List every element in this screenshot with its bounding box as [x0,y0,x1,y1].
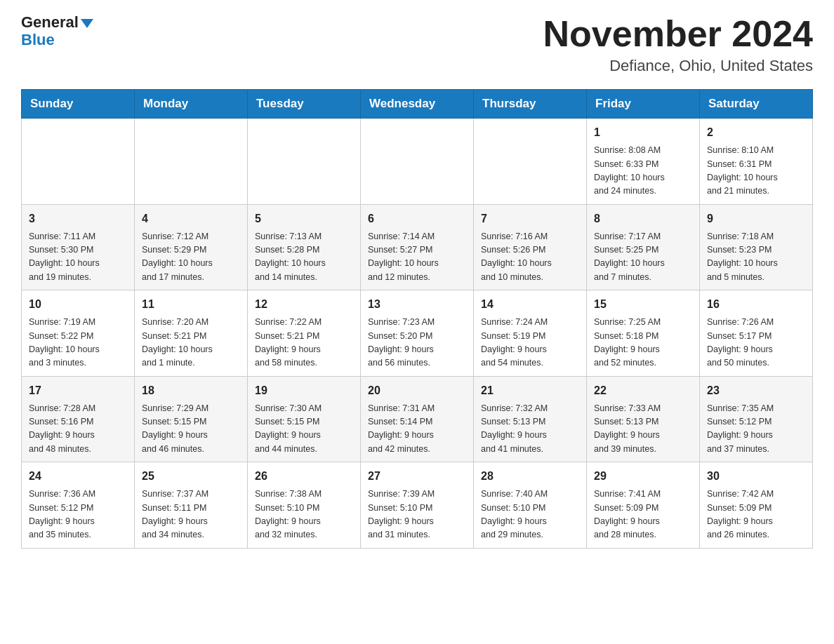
day-number: 16 [707,296,805,313]
day-info: Sunrise: 7:40 AM Sunset: 5:10 PM Dayligh… [481,488,579,542]
calendar-cell: 18Sunrise: 7:29 AM Sunset: 5:15 PM Dayli… [135,376,248,462]
col-tuesday: Tuesday [248,90,361,119]
day-number: 29 [594,468,692,485]
calendar-cell: 22Sunrise: 7:33 AM Sunset: 5:13 PM Dayli… [587,376,700,462]
calendar-cell: 8Sunrise: 7:17 AM Sunset: 5:25 PM Daylig… [587,204,700,290]
day-number: 11 [142,296,240,313]
day-info: Sunrise: 7:41 AM Sunset: 5:09 PM Dayligh… [594,488,692,542]
calendar-cell [22,119,135,205]
calendar-row-5: 24Sunrise: 7:36 AM Sunset: 5:12 PM Dayli… [22,462,813,549]
day-number: 19 [255,382,353,399]
day-info: Sunrise: 7:24 AM Sunset: 5:19 PM Dayligh… [481,316,579,370]
calendar-cell: 4Sunrise: 7:12 AM Sunset: 5:29 PM Daylig… [135,204,248,290]
calendar-cell: 3Sunrise: 7:11 AM Sunset: 5:30 PM Daylig… [22,204,135,290]
title-area: November 2024 Defiance, Ohio, United Sta… [543,14,813,75]
day-number: 5 [255,210,353,227]
day-number: 23 [707,382,805,399]
day-number: 22 [594,382,692,399]
day-number: 25 [142,468,240,485]
calendar-cell: 27Sunrise: 7:39 AM Sunset: 5:10 PM Dayli… [361,462,474,549]
calendar-row-2: 3Sunrise: 7:11 AM Sunset: 5:30 PM Daylig… [22,204,813,290]
calendar-row-3: 10Sunrise: 7:19 AM Sunset: 5:22 PM Dayli… [22,290,813,377]
day-number: 28 [481,468,579,485]
day-number: 1 [594,124,692,141]
calendar-cell [361,119,474,205]
calendar-header-row: Sunday Monday Tuesday Wednesday Thursday… [22,90,813,119]
day-number: 17 [29,382,127,399]
calendar-cell: 12Sunrise: 7:22 AM Sunset: 5:21 PM Dayli… [248,290,361,377]
day-info: Sunrise: 7:28 AM Sunset: 5:16 PM Dayligh… [29,402,127,457]
day-info: Sunrise: 7:30 AM Sunset: 5:15 PM Dayligh… [255,402,353,457]
day-number: 15 [594,296,692,313]
calendar-cell: 17Sunrise: 7:28 AM Sunset: 5:16 PM Dayli… [22,376,135,462]
day-number: 10 [29,296,127,313]
day-info: Sunrise: 7:33 AM Sunset: 5:13 PM Dayligh… [594,402,692,457]
day-number: 6 [368,210,466,227]
col-monday: Monday [135,90,248,119]
calendar-row-4: 17Sunrise: 7:28 AM Sunset: 5:16 PM Dayli… [22,376,813,462]
day-number: 21 [481,382,579,399]
calendar-cell: 28Sunrise: 7:40 AM Sunset: 5:10 PM Dayli… [474,462,587,549]
calendar-cell: 26Sunrise: 7:38 AM Sunset: 5:10 PM Dayli… [248,462,361,549]
calendar-cell: 5Sunrise: 7:13 AM Sunset: 5:28 PM Daylig… [248,204,361,290]
calendar-cell: 1Sunrise: 8:08 AM Sunset: 6:33 PM Daylig… [587,119,700,205]
day-info: Sunrise: 7:38 AM Sunset: 5:10 PM Dayligh… [255,488,353,542]
day-info: Sunrise: 7:23 AM Sunset: 5:20 PM Dayligh… [368,316,466,370]
day-number: 20 [368,382,466,399]
calendar-cell: 23Sunrise: 7:35 AM Sunset: 5:12 PM Dayli… [700,376,813,462]
day-number: 8 [594,210,692,227]
day-info: Sunrise: 7:25 AM Sunset: 5:18 PM Dayligh… [594,316,692,370]
logo: General Blue [21,14,93,49]
day-number: 4 [142,210,240,227]
calendar-table: Sunday Monday Tuesday Wednesday Thursday… [21,89,813,549]
page-header: General Blue November 2024 Defiance, Ohi… [21,14,813,75]
calendar-cell: 2Sunrise: 8:10 AM Sunset: 6:31 PM Daylig… [700,119,813,205]
day-number: 26 [255,468,353,485]
calendar-cell: 24Sunrise: 7:36 AM Sunset: 5:12 PM Dayli… [22,462,135,549]
calendar-cell: 9Sunrise: 7:18 AM Sunset: 5:23 PM Daylig… [700,204,813,290]
calendar-cell: 6Sunrise: 7:14 AM Sunset: 5:27 PM Daylig… [361,204,474,290]
calendar-cell [135,119,248,205]
day-info: Sunrise: 7:20 AM Sunset: 5:21 PM Dayligh… [142,316,240,370]
calendar-cell: 19Sunrise: 7:30 AM Sunset: 5:15 PM Dayli… [248,376,361,462]
day-number: 12 [255,296,353,313]
day-info: Sunrise: 7:16 AM Sunset: 5:26 PM Dayligh… [481,230,579,285]
day-number: 3 [29,210,127,227]
calendar-cell: 29Sunrise: 7:41 AM Sunset: 5:09 PM Dayli… [587,462,700,549]
day-info: Sunrise: 7:22 AM Sunset: 5:21 PM Dayligh… [255,316,353,370]
day-info: Sunrise: 7:11 AM Sunset: 5:30 PM Dayligh… [29,230,127,285]
day-number: 18 [142,382,240,399]
day-number: 27 [368,468,466,485]
day-info: Sunrise: 7:36 AM Sunset: 5:12 PM Dayligh… [29,488,127,542]
calendar-cell: 11Sunrise: 7:20 AM Sunset: 5:21 PM Dayli… [135,290,248,377]
month-title: November 2024 [543,14,813,54]
logo-line1: General [21,14,93,31]
col-saturday: Saturday [700,90,813,119]
day-info: Sunrise: 7:13 AM Sunset: 5:28 PM Dayligh… [255,230,353,285]
calendar-cell [474,119,587,205]
day-info: Sunrise: 7:19 AM Sunset: 5:22 PM Dayligh… [29,316,127,370]
calendar-cell: 30Sunrise: 7:42 AM Sunset: 5:09 PM Dayli… [700,462,813,549]
day-info: Sunrise: 7:29 AM Sunset: 5:15 PM Dayligh… [142,402,240,457]
calendar-cell: 10Sunrise: 7:19 AM Sunset: 5:22 PM Dayli… [22,290,135,377]
col-thursday: Thursday [474,90,587,119]
calendar-cell: 14Sunrise: 7:24 AM Sunset: 5:19 PM Dayli… [474,290,587,377]
day-info: Sunrise: 8:08 AM Sunset: 6:33 PM Dayligh… [594,144,692,199]
location-title: Defiance, Ohio, United States [543,57,813,75]
day-info: Sunrise: 7:35 AM Sunset: 5:12 PM Dayligh… [707,402,805,457]
day-info: Sunrise: 7:26 AM Sunset: 5:17 PM Dayligh… [707,316,805,370]
day-number: 13 [368,296,466,313]
day-info: Sunrise: 7:42 AM Sunset: 5:09 PM Dayligh… [707,488,805,542]
calendar-cell: 13Sunrise: 7:23 AM Sunset: 5:20 PM Dayli… [361,290,474,377]
day-info: Sunrise: 7:32 AM Sunset: 5:13 PM Dayligh… [481,402,579,457]
calendar-cell: 20Sunrise: 7:31 AM Sunset: 5:14 PM Dayli… [361,376,474,462]
day-number: 2 [707,124,805,141]
calendar-cell [248,119,361,205]
day-number: 24 [29,468,127,485]
day-info: Sunrise: 7:37 AM Sunset: 5:11 PM Dayligh… [142,488,240,542]
day-info: Sunrise: 7:39 AM Sunset: 5:10 PM Dayligh… [368,488,466,542]
col-sunday: Sunday [22,90,135,119]
calendar-cell: 21Sunrise: 7:32 AM Sunset: 5:13 PM Dayli… [474,376,587,462]
calendar-row-1: 1Sunrise: 8:08 AM Sunset: 6:33 PM Daylig… [22,119,813,205]
day-number: 30 [707,468,805,485]
